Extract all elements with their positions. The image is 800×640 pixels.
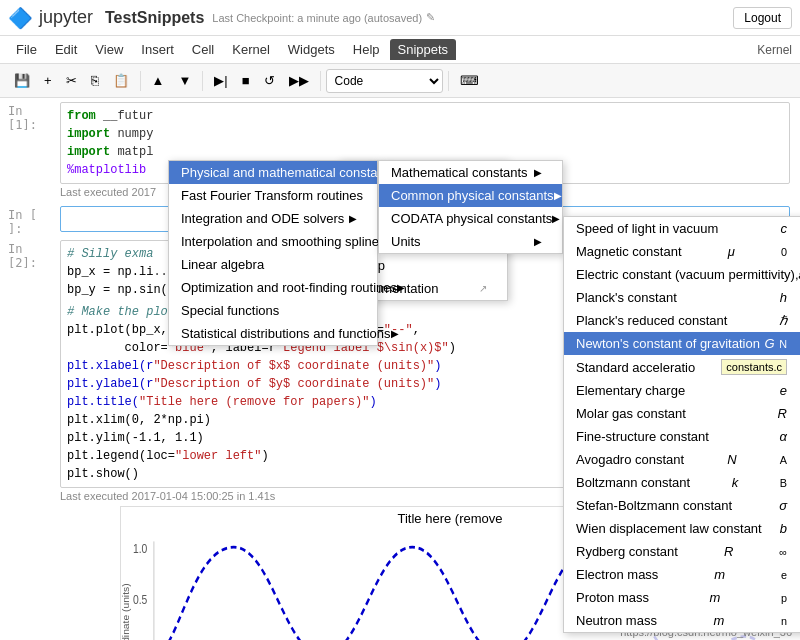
restart-button[interactable]: ↺ — [258, 70, 281, 91]
arrow-icon: ▶ — [349, 213, 357, 224]
logout-button[interactable]: Logout — [733, 7, 792, 29]
scipy-linalg[interactable]: Linear algebra — [169, 253, 377, 276]
move-down-button[interactable]: ▼ — [172, 70, 197, 91]
scipy-special[interactable]: Special functions — [169, 299, 377, 322]
arrow-icon: ▶ — [534, 236, 542, 247]
menu-file[interactable]: File — [8, 39, 45, 60]
svg-text:1.0: 1.0 — [133, 542, 147, 555]
add-cell-button[interactable]: + — [38, 70, 58, 91]
tooltip-constants-c: constants.c — [721, 359, 787, 375]
toolbar-sep-3 — [320, 71, 321, 91]
cell-type-select[interactable]: Code Markdown Raw NBConvert Heading — [326, 69, 443, 93]
cell-1-label: In [1]: — [8, 104, 48, 132]
menu-widgets[interactable]: Widgets — [280, 39, 343, 60]
menu-view[interactable]: View — [87, 39, 131, 60]
copy-button[interactable]: ⎘ — [85, 70, 105, 91]
scipy-dropdown[interactable]: Physical and mathematical constants ▶ Fa… — [168, 160, 378, 346]
menu-snippets[interactable]: Snippets — [390, 39, 457, 60]
toolbar-sep-2 — [202, 71, 203, 91]
const-molar-gas[interactable]: Molar gas constant R — [564, 402, 800, 425]
move-up-button[interactable]: ▲ — [146, 70, 171, 91]
const-neutron-mass[interactable]: Neutron mass mn — [564, 609, 800, 632]
arrow-icon: ▶ — [391, 328, 399, 339]
kernel-info: Kernel — [757, 43, 792, 57]
const-planck[interactable]: Planck's constant h — [564, 286, 800, 309]
math-constants-dropdown[interactable]: Mathematical constants ▶ Common physical… — [378, 160, 563, 254]
const-elem-charge[interactable]: Elementary charge e — [564, 379, 800, 402]
toolbar-sep-1 — [140, 71, 141, 91]
const-wien[interactable]: Wien displacement law constant b — [564, 517, 800, 540]
checkpoint-icon: ✎ — [426, 11, 435, 24]
cell-3-label: In [2]: — [8, 242, 48, 270]
jupyter-wordmark: jupyter — [39, 7, 93, 28]
math-constants-item[interactable]: Mathematical constants ▶ — [379, 161, 562, 184]
jupyter-logo: 🔷 jupyter — [8, 6, 93, 30]
const-fine-structure[interactable]: Fine-structure constant α — [564, 425, 800, 448]
cut-button[interactable]: ✂ — [60, 70, 83, 91]
run-button[interactable]: ▶| — [208, 70, 233, 91]
menu-kernel[interactable]: Kernel — [224, 39, 278, 60]
menu-edit[interactable]: Edit — [47, 39, 85, 60]
external-link-icon: ↗ — [479, 283, 487, 294]
const-standard-accel[interactable]: Standard acceleratio constants.c — [564, 355, 800, 379]
arrow-icon: ▶ — [552, 213, 560, 224]
save-button[interactable]: 💾 — [8, 70, 36, 91]
restart-run-button[interactable]: ▶▶ — [283, 70, 315, 91]
notebook-title: TestSnippets — [105, 9, 204, 27]
scipy-stats[interactable]: Statistical distributions and functions … — [169, 322, 377, 345]
const-boltzmann[interactable]: Boltzmann constant kB — [564, 471, 800, 494]
scipy-fft[interactable]: Fast Fourier Transform routines — [169, 184, 377, 207]
svg-text:0.5: 0.5 — [133, 593, 147, 606]
svg-text:of y coordinate (units): of y coordinate (units) — [121, 583, 130, 640]
const-magnetic[interactable]: Magnetic constant μ0 — [564, 240, 800, 263]
common-constants-dropdown[interactable]: Speed of light in vacuum c Magnetic cons… — [563, 216, 800, 633]
const-planck-reduced[interactable]: Planck's reduced constant ℏ — [564, 309, 800, 332]
const-electric[interactable]: Electric constant (vacuum permittivity),… — [564, 263, 800, 286]
const-rydberg[interactable]: Rydberg constant R∞ — [564, 540, 800, 563]
paste-button[interactable]: 📋 — [107, 70, 135, 91]
units-item[interactable]: Units ▶ — [379, 230, 562, 253]
arrow-icon: ▶ — [397, 282, 405, 293]
keyboard-icon[interactable]: ⌨ — [454, 70, 485, 91]
scipy-optimize[interactable]: Optimization and root-finding routines ▶ — [169, 276, 377, 299]
menu-help[interactable]: Help — [345, 39, 388, 60]
const-speed-light[interactable]: Speed of light in vacuum c — [564, 217, 800, 240]
scipy-interpolation[interactable]: Interpolation and smoothing splines ▶ — [169, 230, 377, 253]
arrow-icon: ▶ — [554, 190, 562, 201]
scipy-physical[interactable]: Physical and mathematical constants ▶ — [169, 161, 377, 184]
menu-insert[interactable]: Insert — [133, 39, 182, 60]
const-proton-mass[interactable]: Proton mass mp — [564, 586, 800, 609]
const-stefan-boltzmann[interactable]: Stefan-Boltzmann constant σ — [564, 494, 800, 517]
const-newton-g[interactable]: Newton's constant of gravitation GN — [564, 332, 800, 355]
arrow-icon: ▶ — [534, 167, 542, 178]
checkpoint-info: Last Checkpoint: a minute ago (autosaved… — [212, 12, 422, 24]
cell-2-label: In [ ]: — [8, 208, 48, 236]
const-avogadro[interactable]: Avogadro constant NA — [564, 448, 800, 471]
codata-physical-item[interactable]: CODATA physical constants ▶ — [379, 207, 562, 230]
toolbar-sep-4 — [448, 71, 449, 91]
common-physical-item[interactable]: Common physical constants ▶ — [379, 184, 562, 207]
jupyter-icon: 🔷 — [8, 6, 33, 30]
const-electron-mass[interactable]: Electron mass me — [564, 563, 800, 586]
scipy-integration[interactable]: Integration and ODE solvers ▶ — [169, 207, 377, 230]
menu-cell[interactable]: Cell — [184, 39, 222, 60]
interrupt-button[interactable]: ■ — [236, 70, 256, 91]
